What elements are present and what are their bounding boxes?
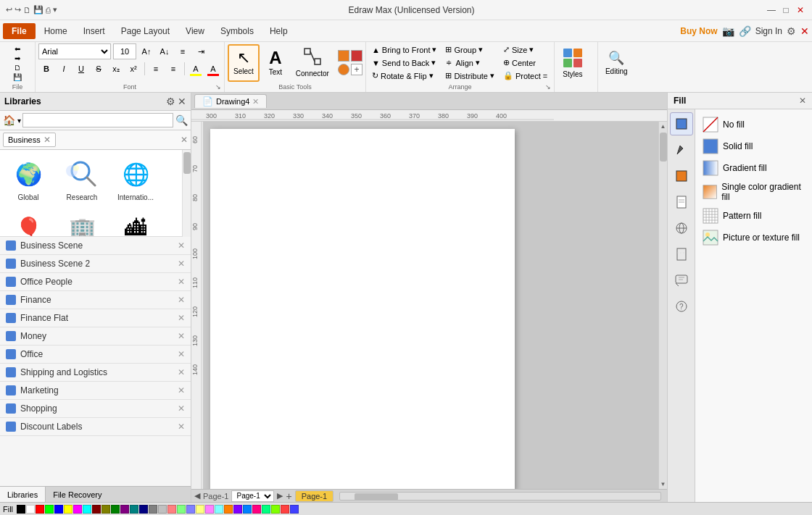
bring-front-btn[interactable]: ▲ Bring to Front ▾ [369, 43, 440, 56]
font-color-btn[interactable]: A [205, 61, 221, 77]
tab-file-recovery[interactable]: File Recovery [46, 487, 109, 502]
lib-item-finance[interactable]: Finance ✕ [0, 291, 191, 309]
center-btn[interactable]: ⊕ Center [500, 56, 550, 69]
subscript-btn[interactable]: x₂ [108, 61, 124, 77]
page-left-btn[interactable]: ◀ [194, 491, 200, 501]
tab-close-btn[interactable]: ✕ [252, 97, 259, 106]
editing-btn[interactable]: 🔍 Editing [601, 44, 632, 82]
lib-item-close-7[interactable]: ✕ [178, 367, 185, 377]
fill-doc-btn[interactable] [670, 190, 693, 214]
group-btn[interactable]: ⊞ Group ▾ [442, 43, 497, 56]
size-dropdown[interactable]: ▾ [529, 45, 534, 54]
lib-item-office[interactable]: Office ✕ [0, 346, 191, 364]
strikethrough-btn[interactable]: S [91, 61, 107, 77]
fill-option-picture[interactable]: Picture or texture fill [701, 227, 806, 248]
menu-insert[interactable]: Insert [76, 23, 112, 39]
distribute-btn[interactable]: ⊞ Distribute ▾ [442, 70, 497, 82]
camera-icon[interactable]: 📷 [722, 25, 734, 37]
add-page-btn[interactable]: + [286, 490, 291, 502]
tab-libraries[interactable]: Libraries [0, 487, 46, 502]
color-swatch[interactable] [205, 505, 214, 514]
undo-btn[interactable]: ↩ [6, 5, 12, 14]
color-swatch[interactable] [64, 505, 72, 514]
align-btn[interactable]: ≡ [175, 43, 191, 59]
menu-symbols[interactable]: Symbols [213, 23, 261, 39]
fill-option-single-gradient[interactable]: Single color gradient fill [701, 179, 806, 205]
lib-add-btn[interactable]: ✕ [181, 135, 188, 145]
bold-btn[interactable]: B [38, 61, 54, 77]
color-swatch[interactable] [139, 505, 148, 514]
fill-color-swatch[interactable] [338, 50, 349, 62]
page-select-dropdown[interactable]: Page-1 [231, 490, 274, 502]
styles-btn[interactable]: Styles [558, 44, 588, 82]
send-back-btn[interactable]: ▼ Send to Back ▾ [369, 56, 440, 69]
fill-globe-btn[interactable] [670, 217, 693, 240]
close-icon[interactable]: ✕ [800, 25, 809, 37]
icon-5[interactable]: 🏢 [57, 207, 107, 237]
color-swatch[interactable] [177, 505, 186, 514]
stroke-color-swatch[interactable] [351, 50, 362, 62]
canvas-area[interactable] [203, 122, 658, 489]
icons-scroll-thumb[interactable] [183, 152, 191, 174]
settings-icon[interactable]: ⚙ [787, 25, 796, 37]
share-icon[interactable]: 🔗 [739, 25, 751, 37]
color-swatch[interactable] [102, 505, 110, 514]
color-swatch[interactable] [83, 505, 91, 514]
color-swatch[interactable] [26, 505, 35, 514]
save-btn[interactable]: 💾 [33, 5, 44, 14]
font-family-select[interactable]: Arial [38, 43, 111, 59]
color-swatch[interactable] [252, 505, 261, 514]
icon-research[interactable]: Research [57, 153, 107, 204]
send-back-dropdown[interactable]: ▾ [431, 58, 436, 67]
color-swatch[interactable] [271, 505, 280, 514]
bring-front-dropdown[interactable]: ▾ [432, 45, 436, 54]
superscript-btn[interactable]: x² [125, 61, 141, 77]
icon-global[interactable]: 🌍 Global [3, 153, 54, 204]
lib-item-money[interactable]: Money ✕ [0, 327, 191, 346]
maximize-btn[interactable]: □ [780, 4, 792, 16]
color-swatch[interactable] [281, 505, 289, 514]
lib-item-discount[interactable]: Discount Labels ✕ [0, 418, 191, 436]
color-swatch[interactable] [45, 505, 54, 514]
lib-item-finance-flat[interactable]: Finance Flat ✕ [0, 309, 191, 327]
lib-item-business-scene-2[interactable]: Business Scene 2 ✕ [0, 255, 191, 273]
color-swatch[interactable] [36, 505, 44, 514]
highlight-btn[interactable]: A [188, 61, 204, 77]
color-swatch[interactable] [92, 505, 101, 514]
redo-btn[interactable]: ↪ [14, 5, 21, 14]
rotate-flip-dropdown[interactable]: ▾ [429, 71, 434, 80]
tag-close-btn[interactable]: ✕ [44, 135, 51, 145]
close-btn[interactable]: ✕ [795, 4, 806, 16]
color-swatch[interactable] [290, 505, 299, 514]
lib-item-close-2[interactable]: ✕ [178, 277, 185, 287]
color-swatch[interactable] [54, 505, 63, 514]
align-dropdown[interactable]: ▾ [476, 58, 480, 67]
redo-icon[interactable]: ➡ [14, 54, 20, 62]
color-swatch[interactable] [120, 505, 129, 514]
horizontal-scrollbar[interactable] [339, 492, 661, 501]
lib-item-close-6[interactable]: ✕ [178, 349, 185, 359]
icons-scrollbar[interactable] [182, 150, 191, 237]
color-swatch[interactable] [17, 505, 25, 514]
lib-item-office-people[interactable]: Office People ✕ [0, 273, 191, 291]
rotate-flip-btn[interactable]: ↻ Rotate & Flip ▾ [369, 70, 440, 82]
plus-btn[interactable]: + [351, 64, 362, 75]
undo-icon[interactable]: ⬅ [14, 45, 20, 53]
lib-item-close-10[interactable]: ✕ [178, 422, 185, 432]
color-swatch[interactable] [215, 505, 223, 514]
color-swatch[interactable] [158, 505, 167, 514]
lib-item-close-0[interactable]: ✕ [178, 240, 185, 251]
size-btn[interactable]: ⤢ Size ▾ [500, 43, 550, 56]
fill-paint-btn[interactable] [670, 112, 693, 135]
icon-4[interactable]: 🎈 [3, 207, 54, 237]
circle-fill-swatch[interactable] [338, 64, 349, 75]
ribbon-font-expand[interactable]: ↘ [215, 83, 221, 91]
menu-home[interactable]: Home [37, 23, 75, 39]
color-swatch[interactable] [186, 505, 195, 514]
lib-item-shopping[interactable]: Shopping ✕ [0, 400, 191, 418]
indent-btn[interactable]: ⇥ [193, 43, 209, 59]
menu-view[interactable]: View [178, 23, 212, 39]
print-btn[interactable]: ⎙ [46, 6, 51, 14]
scroll-thumb-v[interactable] [660, 133, 667, 162]
color-swatch[interactable] [167, 505, 176, 514]
